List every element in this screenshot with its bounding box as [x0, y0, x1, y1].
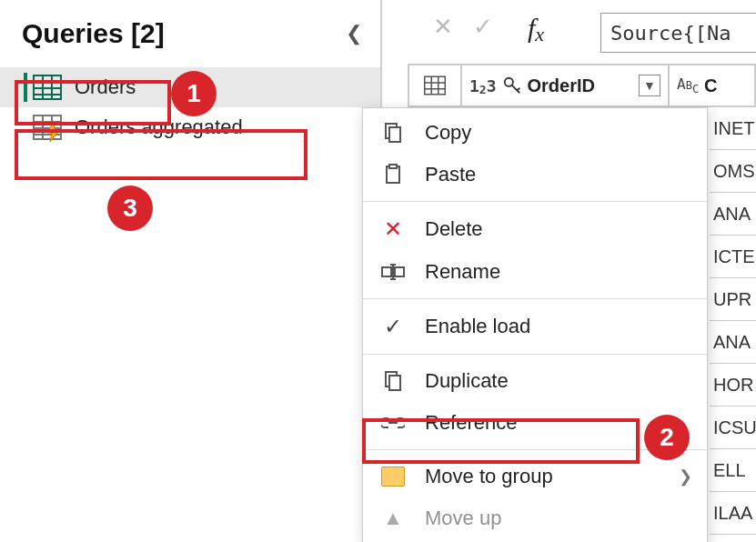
data-cell[interactable]: HOR — [710, 364, 756, 406]
svg-rect-24 — [389, 165, 397, 168]
duplicate-icon — [379, 370, 407, 392]
data-cell[interactable]: ICSU — [710, 406, 756, 449]
collapse-panel-icon[interactable]: ❮ — [346, 22, 362, 45]
column-dropdown-icon[interactable]: ▼ — [639, 75, 660, 96]
svg-rect-22 — [389, 127, 400, 142]
svg-rect-26 — [395, 267, 404, 276]
menu-paste[interactable]: Paste — [363, 154, 707, 196]
menu-label: Copy — [425, 121, 692, 145]
column-name: OrderID — [528, 75, 595, 96]
menu-label: Rename — [425, 260, 692, 284]
column-letter: C — [704, 75, 717, 96]
formula-fx-icon[interactable]: fx — [528, 13, 544, 44]
menu-separator — [363, 298, 707, 299]
menu-copy[interactable]: Copy — [363, 112, 707, 154]
menu-label: Move up — [425, 507, 692, 530]
menu-separator — [363, 201, 707, 202]
data-cell[interactable]: ELL — [710, 449, 756, 492]
data-cell[interactable]: ICTE — [710, 236, 756, 278]
copy-icon — [379, 122, 407, 144]
query-item-orders[interactable]: Orders — [0, 67, 380, 107]
menu-separator — [363, 354, 707, 355]
column-customer[interactable]: ABC C — [670, 65, 756, 105]
formula-input[interactable]: Source{[Na — [600, 13, 756, 53]
menu-label: Move to group — [425, 465, 660, 488]
query-list: Orders Orders aggregated — [0, 67, 380, 147]
number-type-icon: 123 — [469, 76, 497, 95]
svg-line-20 — [517, 88, 519, 91]
rename-icon — [379, 263, 407, 281]
query-label: Orders aggregated — [75, 115, 243, 139]
select-all-cell[interactable] — [408, 65, 462, 105]
column-orderid[interactable]: 123 OrderID ▼ — [462, 65, 670, 105]
menu-separator — [363, 449, 707, 450]
data-cell[interactable]: ANA — [710, 193, 756, 236]
menu-label: Enable load — [425, 315, 692, 338]
menu-label: Reference — [425, 411, 692, 435]
data-cell[interactable]: INET — [710, 107, 756, 150]
data-cell[interactable]: ILAA — [710, 492, 756, 535]
check-icon: ✓ — [379, 314, 407, 339]
column-header-row: 123 OrderID ▼ ABC C — [408, 64, 756, 107]
formula-text: Source{[Na — [610, 22, 731, 45]
menu-rename[interactable]: Rename — [363, 251, 707, 293]
link-icon — [379, 415, 407, 431]
folder-icon — [379, 467, 407, 487]
data-cell[interactable]: ANA — [710, 321, 756, 364]
svg-rect-13 — [425, 76, 446, 95]
menu-enable-load[interactable]: ✓ Enable load — [363, 305, 707, 348]
menu-duplicate[interactable]: Duplicate — [363, 360, 707, 402]
data-column-fragment: INET OMS ANA ICTE UPR ANA HOR ICSU ELL I… — [710, 107, 756, 535]
table-icon — [33, 75, 62, 100]
data-cell[interactable]: OMS — [710, 150, 756, 193]
key-icon — [502, 75, 522, 95]
table-lightning-icon — [33, 115, 62, 140]
query-item-orders-aggregated[interactable]: Orders aggregated — [0, 107, 380, 147]
delete-icon: ✕ — [379, 216, 407, 242]
menu-move-up[interactable]: ▲ Move up — [363, 497, 707, 539]
queries-title: Queries [2] — [22, 18, 165, 49]
context-menu: Copy Paste ✕ Delete Rename ✓ Enable load… — [362, 107, 708, 542]
queries-header: Queries [2] ❮ — [0, 9, 380, 67]
query-label: Orders — [75, 75, 136, 99]
chevron-right-icon: ❯ — [679, 467, 692, 487]
menu-delete[interactable]: ✕ Delete — [363, 207, 707, 251]
data-cell[interactable]: UPR — [710, 278, 756, 321]
menu-reference[interactable]: Reference — [363, 402, 707, 444]
chevron-up-icon: ▲ — [379, 507, 407, 530]
formula-cancel-icon[interactable]: ✕ — [433, 13, 453, 41]
menu-move-to-group[interactable]: Move to group ❯ — [363, 456, 707, 497]
svg-rect-31 — [389, 376, 400, 390]
menu-label: Delete — [425, 217, 692, 241]
svg-marker-12 — [47, 122, 60, 142]
paste-icon — [379, 164, 407, 186]
menu-label: Duplicate — [425, 369, 692, 393]
table-icon — [424, 75, 446, 95]
svg-rect-25 — [382, 267, 391, 276]
menu-label: Paste — [425, 163, 692, 186]
queries-panel: Queries [2] ❮ Orders — [0, 0, 382, 542]
text-type-icon: ABC — [677, 75, 699, 95]
formula-accept-icon[interactable]: ✓ — [473, 13, 493, 41]
